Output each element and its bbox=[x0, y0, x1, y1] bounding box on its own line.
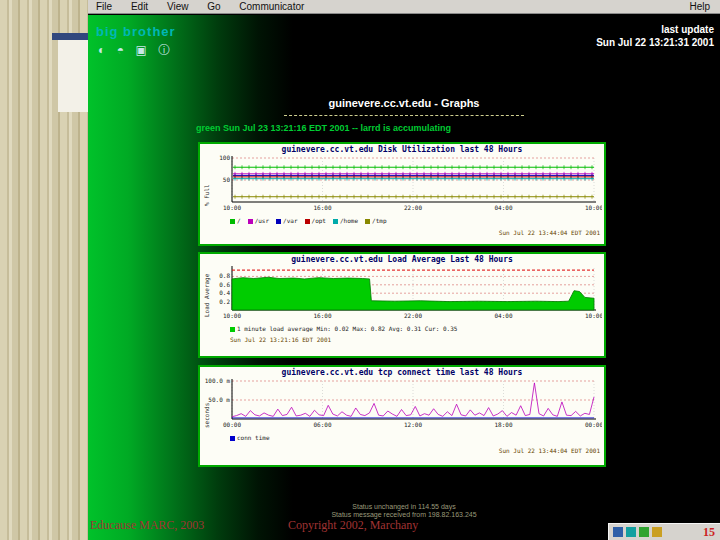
menu-communicator[interactable]: Communicator bbox=[231, 0, 312, 14]
chart-timestamp: Sun Jul 22 13:44:04 EDT 2001 bbox=[499, 229, 600, 236]
load-average-plot: 10:0016:0022:0004:0010:000.80.60.40.2 bbox=[202, 265, 602, 321]
status-unchanged-text: Status unchanged in 114.55 days bbox=[88, 503, 720, 510]
footer-copyright: Copyright 2002, Marchany bbox=[288, 518, 418, 533]
tray-icon-3[interactable] bbox=[639, 527, 649, 537]
svg-text:100: 100 bbox=[219, 155, 230, 161]
svg-text:00:00: 00:00 bbox=[585, 421, 602, 428]
title-divider bbox=[284, 115, 524, 116]
last-update-block: last update Sun Jul 22 13:21:31 2001 bbox=[596, 23, 714, 49]
yin-yang-icon[interactable]: ◐ bbox=[98, 43, 105, 57]
svg-text:06:00: 06:00 bbox=[313, 421, 331, 428]
larrd-status-line: green Sun Jul 23 13:21:16 EDT 2001 -- la… bbox=[196, 123, 451, 133]
presentation-slide: File Edit View Go Communicator Help big … bbox=[0, 0, 720, 540]
big-brother-toolbar: ◐ ◓ ▣ ⓘ bbox=[98, 40, 177, 59]
svg-text:10:00: 10:00 bbox=[223, 204, 241, 211]
svg-text:50: 50 bbox=[223, 176, 231, 183]
svg-text:16:00: 16:00 bbox=[313, 204, 331, 211]
chart-title: guinevere.cc.vt.edu tcp connect time las… bbox=[200, 368, 604, 377]
svg-text:12:00: 12:00 bbox=[404, 421, 422, 428]
load-average-panel: guinevere.cc.vt.edu Load Average Last 48… bbox=[198, 252, 606, 358]
svg-text:0.2: 0.2 bbox=[219, 298, 230, 305]
disk-utilization-plot: 10:0016:0022:0004:0010:0010050 bbox=[202, 155, 602, 213]
tray-icon-1[interactable] bbox=[613, 527, 623, 537]
last-update-label: last update bbox=[596, 23, 714, 36]
big-brother-page: big brother ◐ ◓ ▣ ⓘ last update Sun Jul … bbox=[88, 15, 720, 540]
tray-icon-2[interactable] bbox=[626, 527, 636, 537]
svg-text:18:00: 18:00 bbox=[494, 421, 512, 428]
tcp-connect-panel: guinevere.cc.vt.edu tcp connect time las… bbox=[198, 365, 606, 467]
menu-bar: File Edit View Go Communicator Help bbox=[88, 0, 720, 14]
svg-text:0.8: 0.8 bbox=[219, 272, 230, 279]
last-update-time: Sun Jul 22 13:21:31 2001 bbox=[596, 36, 714, 49]
svg-text:10:00: 10:00 bbox=[223, 312, 241, 319]
chart-title: guinevere.cc.vt.edu Load Average Last 48… bbox=[200, 255, 604, 264]
svg-text:0.6: 0.6 bbox=[219, 281, 230, 288]
svg-text:10:00: 10:00 bbox=[585, 204, 602, 211]
menu-view[interactable]: View bbox=[159, 0, 197, 14]
svg-text:0.4: 0.4 bbox=[219, 289, 230, 296]
page-title: guinevere.cc.vt.edu - Graphs bbox=[88, 97, 720, 109]
svg-text:22:00: 22:00 bbox=[404, 204, 422, 211]
tcp-connect-plot: 00:0006:0012:0018:0000:00100.0 m50.0 m bbox=[202, 378, 602, 430]
refresh-icon[interactable]: ◓ bbox=[117, 43, 124, 57]
chart-timestamp: Sun Jul 22 13:44:04 EDT 2001 bbox=[499, 447, 600, 454]
chart-timestamp: Sun Jul 22 13:21:16 EDT 2001 bbox=[230, 336, 331, 343]
menu-go[interactable]: Go bbox=[199, 0, 228, 14]
svg-text:100.0 m: 100.0 m bbox=[205, 378, 231, 384]
slide-margin-highlight bbox=[58, 40, 88, 112]
svg-text:04:00: 04:00 bbox=[494, 312, 512, 319]
slide-page-number: 15 bbox=[703, 525, 715, 540]
svg-text:16:00: 16:00 bbox=[313, 312, 331, 319]
status-received-text: Status message received from 198.82.163.… bbox=[88, 511, 720, 518]
taskbar-fragment: 15 bbox=[608, 523, 720, 540]
svg-text:22:00: 22:00 bbox=[404, 312, 422, 319]
svg-text:50.0 m: 50.0 m bbox=[208, 396, 230, 403]
history-icon[interactable]: ▣ bbox=[135, 43, 146, 57]
disk-utilization-panel: guinevere.cc.vt.edu Disk Utilization las… bbox=[198, 142, 606, 246]
browser-screenshot: File Edit View Go Communicator Help big … bbox=[88, 0, 720, 540]
chart-legend: //usr/var/opt/home/tmp bbox=[230, 217, 600, 224]
svg-text:04:00: 04:00 bbox=[494, 204, 512, 211]
tray-icon-4[interactable] bbox=[652, 527, 662, 537]
menu-help[interactable]: Help bbox=[679, 0, 720, 14]
svg-text:10:00: 10:00 bbox=[585, 312, 602, 319]
menu-file[interactable]: File bbox=[88, 0, 120, 14]
chart-legend: 1 minute load average Min: 0.02 Max: 0.8… bbox=[230, 325, 600, 332]
svg-text:00:00: 00:00 bbox=[223, 421, 241, 428]
chart-title: guinevere.cc.vt.edu Disk Utilization las… bbox=[200, 145, 604, 154]
footer-conference: Educause MARC, 2003 bbox=[90, 518, 204, 533]
info-icon[interactable]: ⓘ bbox=[158, 43, 170, 57]
chart-legend: conn time bbox=[230, 434, 600, 441]
menu-edit[interactable]: Edit bbox=[123, 0, 156, 14]
big-brother-logo: big brother bbox=[96, 24, 176, 39]
